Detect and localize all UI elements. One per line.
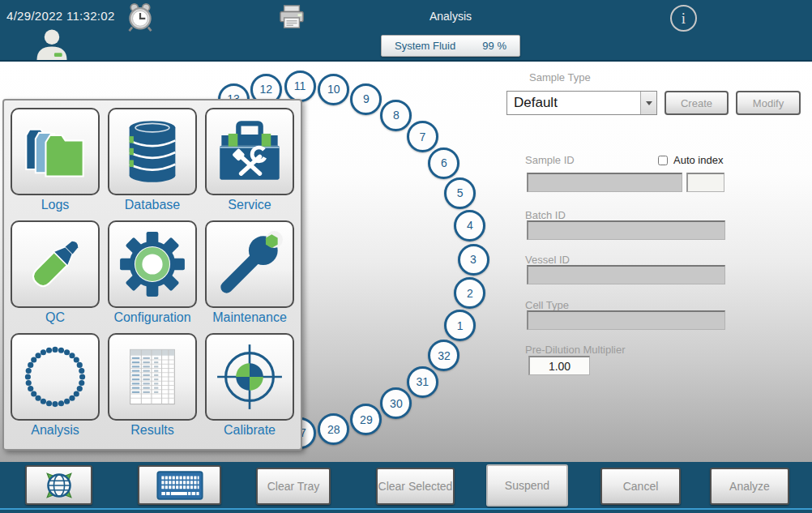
target-icon xyxy=(216,343,284,411)
logs-button[interactable] xyxy=(11,108,100,195)
vessel-id-label: Vessel ID xyxy=(525,254,570,266)
calibrate-button[interactable] xyxy=(205,333,294,421)
chevron-down-icon[interactable] xyxy=(640,92,656,114)
sample-id-input xyxy=(527,173,682,192)
datetime-display: 4/29/2022 11:32:02 xyxy=(6,9,115,23)
menu-label: Database xyxy=(125,198,181,212)
dot-ring-icon xyxy=(21,343,89,411)
menu-item-logs: Logs xyxy=(11,108,100,212)
suspend-button[interactable]: Suspend xyxy=(486,464,568,507)
info-icon[interactable]: i xyxy=(670,5,697,32)
folders-icon xyxy=(21,118,89,186)
database-button[interactable] xyxy=(108,108,197,195)
pre-dilution-label: Pre-Dilution Multiplier xyxy=(525,344,626,356)
vessel-id-input xyxy=(527,265,725,284)
tray-position-10[interactable]: 10 xyxy=(318,74,349,105)
sample-id-label: Sample ID xyxy=(525,154,575,166)
database-icon xyxy=(118,118,186,186)
cell-type-label: Cell Type xyxy=(525,299,569,311)
analyze-button[interactable]: Analyze xyxy=(710,468,789,505)
menu-label: Maintenance xyxy=(212,310,287,325)
results-button[interactable] xyxy=(108,333,197,421)
auto-index-input xyxy=(686,173,724,192)
tray-position-3[interactable]: 3 xyxy=(458,244,489,276)
cell-type-input xyxy=(527,310,725,330)
tray-position-5[interactable]: 5 xyxy=(444,177,476,209)
analyzer-screen: 1234567891011121314151617181920212223242… xyxy=(0,0,812,513)
printer-icon[interactable] xyxy=(278,5,306,29)
menu-item-qc: QC xyxy=(11,220,100,325)
globe-icon xyxy=(41,467,78,504)
tray-position-31[interactable]: 31 xyxy=(407,366,438,398)
sample-type-dropdown[interactable]: Default xyxy=(506,91,657,115)
menu-label: Analysis xyxy=(31,423,79,438)
maintenance-button[interactable] xyxy=(205,220,294,308)
bottom-bar: Clear Tray Clear Selected Suspend Cancel… xyxy=(0,462,812,513)
menu-label: Service xyxy=(228,198,271,212)
sample-type-value: Default xyxy=(507,95,640,111)
keyboard-icon xyxy=(156,470,203,501)
tray-position-9[interactable]: 9 xyxy=(350,83,382,115)
sample-type-label: Sample Type xyxy=(529,71,591,83)
system-fluid-label: System Fluid xyxy=(395,40,455,52)
tray-position-7[interactable]: 7 xyxy=(407,121,438,152)
menu-label: Calibrate xyxy=(224,423,276,438)
page-title: Analysis xyxy=(430,10,472,23)
tray-position-11[interactable]: 11 xyxy=(284,71,316,102)
batch-id-label: Batch ID xyxy=(525,209,566,221)
tray-position-4[interactable]: 4 xyxy=(454,210,485,242)
menu-item-configuration: Configuration xyxy=(108,220,197,325)
tray-position-6[interactable]: 6 xyxy=(428,147,459,179)
menu-item-results: Results xyxy=(108,333,197,438)
menu-item-database: Database xyxy=(108,108,197,212)
qc-button[interactable] xyxy=(11,220,100,308)
menu-label: Logs xyxy=(41,198,70,212)
menu-item-service: Service xyxy=(205,108,294,212)
top-bar: 4/29/2022 11:32:02 Analysis System Fluid xyxy=(0,0,812,62)
footer-divider xyxy=(0,508,812,510)
wrench-icon xyxy=(216,230,284,298)
tray-position-8[interactable]: 8 xyxy=(380,100,412,131)
system-fluid-status[interactable]: System Fluid 99 % xyxy=(381,35,520,57)
system-fluid-value: 99 % xyxy=(482,40,506,52)
toolbox-icon xyxy=(216,118,284,186)
menu-item-analysis: Analysis xyxy=(11,333,100,438)
analysis-button[interactable] xyxy=(11,333,100,421)
menu-item-calibrate: Calibrate xyxy=(205,333,294,438)
auto-index-checkbox[interactable] xyxy=(658,156,668,165)
home-button[interactable] xyxy=(25,465,92,505)
batch-id-input xyxy=(527,220,725,240)
auto-index-label: Auto index xyxy=(673,154,723,166)
menu-label: QC xyxy=(45,310,65,325)
menu-item-maintenance: Maintenance xyxy=(205,220,294,325)
ampoule-icon xyxy=(21,230,89,298)
main-menu-panel: Logs Database xyxy=(2,99,302,451)
results-table-icon xyxy=(118,343,186,411)
clear-tray-button[interactable]: Clear Tray xyxy=(256,468,331,505)
menu-label: Results xyxy=(130,423,173,438)
cancel-button[interactable]: Cancel xyxy=(600,468,681,505)
create-button[interactable]: Create xyxy=(665,91,729,115)
menu-label: Configuration xyxy=(113,310,190,325)
service-button[interactable] xyxy=(205,108,294,195)
configuration-button[interactable] xyxy=(108,220,197,308)
gear-icon xyxy=(118,230,186,298)
user-icon[interactable] xyxy=(34,28,70,60)
clear-selected-button[interactable]: Clear Selected xyxy=(376,468,455,505)
clock-icon[interactable] xyxy=(126,2,155,32)
keyboard-button[interactable] xyxy=(138,465,221,505)
pre-dilution-input[interactable] xyxy=(528,356,590,375)
modify-button[interactable]: Modify xyxy=(736,91,801,115)
